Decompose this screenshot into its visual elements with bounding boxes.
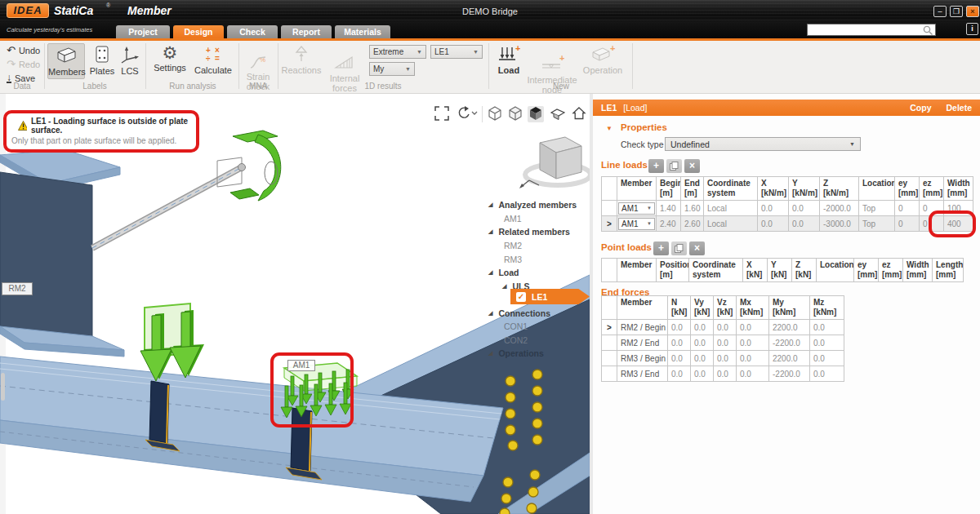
table-row[interactable]: RM3 / End 0.0 0.0 0.0 0.0 -2200.0 0.0 bbox=[602, 366, 844, 382]
point-loads-copy-button[interactable] bbox=[671, 241, 687, 255]
panel-subtitle: [Load] bbox=[623, 103, 647, 113]
lcs-button[interactable]: LCS bbox=[118, 43, 142, 79]
settings-button[interactable]: ⚙ Settings bbox=[150, 43, 189, 79]
maximize-button[interactable]: ❐ bbox=[950, 6, 963, 17]
table-row[interactable]: AM1▼ 1.40 1.60 Local 0.0 0.0 -2000.0 Top… bbox=[602, 201, 973, 216]
internal-forces-button[interactable]: Internal forces bbox=[323, 43, 366, 81]
tree-rm3[interactable]: RM3 bbox=[504, 253, 522, 265]
search-box bbox=[807, 24, 936, 36]
tree-le1-selected[interactable]: ✓ LE1 bbox=[510, 289, 590, 304]
calculate-icon: + × ÷ = bbox=[204, 45, 222, 63]
close-button[interactable]: × bbox=[966, 6, 979, 17]
expander-icon[interactable]: ◢ bbox=[488, 228, 492, 235]
redo-button[interactable]: ↷ Redo bbox=[7, 58, 40, 70]
line-loads-table: Member Begin [m] End [m] Coordinate syst… bbox=[601, 176, 973, 232]
line-loads-delete-button[interactable]: × bbox=[684, 159, 700, 173]
extreme-dropdown[interactable]: Extreme▼ bbox=[369, 45, 426, 59]
lcs-icon bbox=[120, 46, 140, 64]
solid-view-icon[interactable] bbox=[528, 106, 544, 122]
ribbon-separator bbox=[278, 43, 278, 89]
point-loads-delete-button[interactable]: × bbox=[689, 241, 705, 255]
tree-load[interactable]: ◢Load bbox=[488, 266, 519, 278]
strain-check-icon: % bbox=[249, 55, 267, 69]
wireframe-view-icon[interactable] bbox=[487, 106, 503, 122]
chevron-down-icon: ▼ bbox=[416, 49, 422, 55]
expander-icon[interactable]: ◢ bbox=[488, 269, 492, 276]
search-input[interactable] bbox=[808, 25, 922, 35]
table-row[interactable]: > RM2 / Begin 0.0 0.0 0.0 0.0 2200.0 0.0 bbox=[602, 320, 844, 335]
le1-dropdown[interactable]: LE1▼ bbox=[430, 45, 483, 59]
table-row[interactable]: RM3 / Begin 0.0 0.0 0.0 0.0 2200.0 0.0 bbox=[602, 351, 844, 366]
rotate-view-icon[interactable] bbox=[454, 106, 479, 122]
minimize-button[interactable]: – bbox=[933, 6, 947, 17]
tab-project[interactable]: Project bbox=[116, 25, 170, 38]
member-select[interactable]: AM1▼ bbox=[618, 202, 655, 215]
point-loads-table: Member Position [m] Coordinate system X … bbox=[601, 258, 964, 282]
home-view-icon[interactable] bbox=[571, 106, 587, 122]
my-dropdown[interactable]: My▼ bbox=[369, 62, 415, 76]
table-row-selected[interactable]: > AM1▼ 2.40 2.60 Local 0.0 0.0 -3000.0 T… bbox=[602, 216, 973, 232]
undo-button[interactable]: ↶ Undo bbox=[7, 44, 40, 56]
reactions-button[interactable]: Reactions bbox=[281, 43, 322, 81]
member-select[interactable]: AM1▼ bbox=[618, 218, 655, 230]
calculate-button[interactable]: + × ÷ = Calculate bbox=[191, 43, 235, 79]
line-loads-copy-button[interactable] bbox=[666, 159, 682, 173]
viewport-3d[interactable]: LE1 - Loading surface is outside of plat… bbox=[0, 94, 590, 514]
expander-icon[interactable]: ◢ bbox=[488, 310, 492, 317]
svg-text:÷: ÷ bbox=[206, 54, 211, 63]
strain-check-button[interactable]: % Strain check bbox=[242, 43, 274, 81]
tree-con1[interactable]: CON1 bbox=[504, 320, 528, 332]
end-forces-table: Member N [kN] Vy [kN] Vz [kN] Mx [kNm] M… bbox=[601, 295, 844, 382]
plates-icon bbox=[95, 46, 109, 64]
tree-am1[interactable]: AM1 bbox=[504, 212, 522, 224]
new-operation-button[interactable]: + Operation bbox=[580, 43, 626, 81]
expander-icon[interactable]: ◢ bbox=[488, 202, 492, 208]
warning-message: LE1 - Loading surface is outside of plat… bbox=[3, 110, 199, 153]
tree-operations[interactable]: ◢Operations bbox=[488, 347, 544, 359]
line-loads-title: Line loads bbox=[601, 160, 648, 170]
check-type-label: Check type bbox=[621, 140, 664, 149]
members-button[interactable]: Members bbox=[47, 43, 85, 79]
ribbon-separator bbox=[238, 43, 239, 89]
delete-button[interactable]: Delete bbox=[946, 103, 972, 113]
tab-design[interactable]: Design bbox=[173, 25, 224, 38]
section-view-icon[interactable] bbox=[550, 106, 566, 122]
scrollbar-thumb[interactable] bbox=[1, 373, 5, 401]
idea-logo: IDEA bbox=[7, 3, 49, 18]
zoom-extents-icon[interactable] bbox=[434, 106, 450, 122]
tab-check[interactable]: Check bbox=[227, 25, 278, 38]
tree-related-members[interactable]: ◢Related members bbox=[488, 225, 570, 237]
checkbox-checked-icon[interactable]: ✓ bbox=[516, 292, 526, 302]
point-loads-title: Point loads bbox=[601, 242, 652, 252]
point-loads-add-button[interactable]: + bbox=[653, 241, 669, 255]
plates-button[interactable]: Plates bbox=[87, 43, 118, 79]
member-label-rm2: RM2 bbox=[2, 282, 33, 295]
intermediate-node-button[interactable]: + Intermediate node bbox=[526, 43, 578, 81]
group-label-mna: MNA bbox=[242, 82, 274, 91]
tree-analyzed-members[interactable]: ◢Analyzed members bbox=[488, 198, 577, 210]
chevron-down-icon: ▼ bbox=[405, 66, 411, 72]
expander-icon[interactable]: ◢ bbox=[502, 283, 506, 290]
internal-forces-icon bbox=[334, 55, 355, 71]
chevron-down-icon: ▼ bbox=[849, 141, 855, 147]
members-icon bbox=[55, 47, 78, 64]
toolbar-separator bbox=[482, 106, 483, 122]
warning-body: Only that part on plate surface will be … bbox=[11, 136, 191, 145]
tab-materials[interactable]: Materials bbox=[335, 25, 390, 38]
expander-icon[interactable]: ◢ bbox=[488, 350, 492, 357]
check-type-dropdown[interactable]: Undefined ▼ bbox=[665, 137, 861, 151]
collapse-triangle-icon[interactable]: ▼ bbox=[606, 125, 612, 132]
table-row[interactable]: RM2 / End 0.0 0.0 0.0 0.0 -2200.0 0.0 bbox=[602, 335, 844, 351]
tree-con2[interactable]: CON2 bbox=[504, 334, 528, 346]
new-load-button[interactable]: + Load bbox=[493, 43, 524, 81]
tree-connections[interactable]: ◢Connections bbox=[488, 307, 550, 319]
properties-section-title: Properties bbox=[621, 122, 667, 132]
search-icon bbox=[922, 24, 933, 36]
info-button[interactable]: i bbox=[966, 23, 978, 35]
tab-report[interactable]: Report bbox=[281, 25, 332, 38]
copy-button[interactable]: Copy bbox=[910, 103, 931, 113]
hidden-line-view-icon[interactable] bbox=[507, 106, 523, 122]
line-loads-add-button[interactable]: + bbox=[648, 159, 664, 173]
tree-rm2[interactable]: RM2 bbox=[504, 239, 522, 251]
gear-icon: ⚙ bbox=[163, 43, 178, 62]
